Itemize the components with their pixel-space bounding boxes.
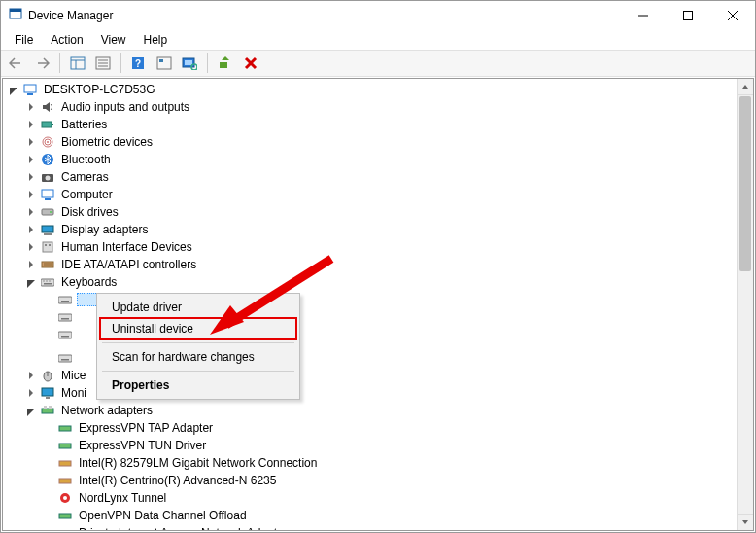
action-icon[interactable]	[153, 53, 176, 74]
maximize-button[interactable]	[666, 1, 710, 30]
display-adapter-icon	[40, 222, 55, 237]
svg-rect-49	[44, 283, 52, 285]
tree-category-network[interactable]: Network adapters	[24, 402, 753, 419]
properties-button[interactable]	[91, 53, 115, 74]
close-button[interactable]	[710, 1, 755, 30]
expand-icon[interactable]	[24, 386, 38, 400]
expand-icon[interactable]	[24, 153, 38, 166]
tree-category-cameras[interactable]: Cameras	[24, 168, 753, 186]
svg-rect-34	[45, 198, 51, 200]
tree-item-network[interactable]: OpenVPN Data Channel Offload	[42, 507, 753, 524]
tree-item-network[interactable]: Private Internet Access Network Adapter	[42, 524, 753, 531]
vertical-scrollbar[interactable]	[737, 79, 753, 530]
tree-category-ide[interactable]: IDE ATA/ATAPI controllers	[24, 256, 753, 273]
svg-rect-20	[220, 62, 227, 68]
expand-icon[interactable]	[7, 83, 20, 96]
expand-icon[interactable]	[24, 135, 38, 149]
collapse-icon[interactable]	[24, 404, 38, 417]
toolbar: ?	[1, 50, 755, 77]
tree-item-network[interactable]: NordLynx Tunnel	[42, 489, 753, 507]
back-button[interactable]	[5, 53, 28, 74]
tree-category-batteries[interactable]: Batteries	[24, 116, 753, 133]
tree-category-keyboards[interactable]: Keyboards	[24, 273, 753, 291]
ctx-update-driver[interactable]: Update driver	[100, 297, 296, 318]
menu-file[interactable]: File	[7, 31, 41, 49]
title-bar: Device Manager	[1, 1, 755, 30]
ide-icon	[40, 257, 55, 272]
svg-rect-45	[41, 279, 54, 286]
svg-rect-53	[61, 318, 69, 320]
collapse-icon[interactable]	[24, 275, 38, 289]
ctx-properties[interactable]: Properties	[100, 374, 296, 396]
svg-rect-16	[159, 59, 163, 62]
uninstall-device-button[interactable]	[239, 53, 262, 74]
expand-icon[interactable]	[24, 188, 38, 201]
window-title: Device Manager	[28, 9, 621, 22]
toolbar-separator	[207, 53, 208, 73]
svg-rect-33	[42, 190, 53, 197]
svg-rect-50	[58, 297, 72, 303]
svg-rect-3	[684, 12, 693, 20]
help-button[interactable]: ?	[127, 53, 151, 74]
expand-icon[interactable]	[24, 170, 38, 184]
tree-category-computer[interactable]: Computer	[24, 186, 753, 203]
menu-action[interactable]: Action	[43, 31, 90, 49]
ctx-scan-hardware[interactable]: Scan for hardware changes	[100, 346, 296, 368]
tree-category-biometric[interactable]: Biometric devices	[24, 133, 753, 151]
fingerprint-icon	[40, 134, 55, 150]
app-icon	[9, 8, 22, 24]
svg-point-47	[46, 280, 47, 281]
expand-icon[interactable]	[24, 369, 38, 382]
tree-item-network[interactable]: Intel(R) 82579LM Gigabit Network Connect…	[42, 454, 753, 472]
item-label: ExpressVPN TAP Adapter	[77, 419, 215, 437]
menu-help[interactable]: Help	[136, 31, 176, 49]
audio-icon	[40, 99, 55, 115]
expand-icon[interactable]	[24, 258, 38, 271]
svg-rect-52	[58, 314, 72, 321]
keyboard-icon	[57, 350, 73, 366]
tree-category-display[interactable]: Display adapters	[24, 221, 753, 238]
tree-root-label: DESKTOP-LC7D53G	[42, 81, 157, 98]
minimize-button[interactable]	[621, 1, 666, 30]
ctx-uninstall-device[interactable]: Uninstall device	[100, 318, 296, 339]
svg-rect-56	[58, 355, 72, 362]
tree-item-network[interactable]: ExpressVPN TUN Driver	[42, 437, 753, 454]
tree-item-network[interactable]: Intel(R) Centrino(R) Advanced-N 6235	[42, 472, 753, 489]
network-adapter-icon	[57, 525, 73, 531]
tree-category-bluetooth[interactable]: Bluetooth	[24, 151, 753, 168]
svg-rect-66	[59, 444, 71, 448]
tree-category-audio[interactable]: Audio inputs and outputs	[24, 98, 753, 116]
category-label: Human Interface Devices	[59, 238, 194, 256]
network-adapter-icon	[57, 420, 73, 436]
svg-rect-42	[42, 262, 53, 267]
svg-rect-35	[42, 209, 53, 215]
expand-icon[interactable]	[24, 205, 38, 219]
svg-rect-67	[59, 461, 71, 466]
expand-icon[interactable]	[24, 223, 38, 236]
svg-rect-54	[58, 332, 72, 338]
menu-view[interactable]: View	[93, 31, 134, 49]
network-adapter-icon	[57, 455, 73, 471]
expand-icon[interactable]	[24, 118, 38, 131]
scroll-down-button[interactable]	[738, 514, 753, 530]
expand-icon[interactable]	[24, 240, 38, 254]
tree-category-hid[interactable]: Human Interface Devices	[24, 238, 753, 256]
scroll-up-button[interactable]	[738, 79, 753, 95]
tree-item-network[interactable]: ExpressVPN TAP Adapter	[42, 419, 753, 437]
svg-rect-55	[61, 336, 69, 338]
svg-rect-64	[49, 406, 52, 409]
svg-rect-71	[59, 514, 71, 518]
tree-root[interactable]: DESKTOP-LC7D53G	[7, 81, 753, 98]
forward-button[interactable]	[30, 53, 53, 74]
ctx-separator	[102, 342, 294, 343]
scrollbar-thumb[interactable]	[739, 96, 751, 271]
enable-device-button[interactable]	[214, 53, 237, 74]
svg-rect-61	[46, 397, 50, 399]
item-label: Intel(R) Centrino(R) Advanced-N 6235	[77, 472, 278, 489]
expand-icon[interactable]	[24, 100, 38, 114]
show-hide-console-button[interactable]	[66, 53, 89, 74]
svg-rect-18	[185, 60, 192, 65]
scan-hardware-button[interactable]	[178, 53, 201, 74]
tree-category-diskdrives[interactable]: Disk drives	[24, 203, 753, 221]
disk-icon	[40, 204, 55, 220]
